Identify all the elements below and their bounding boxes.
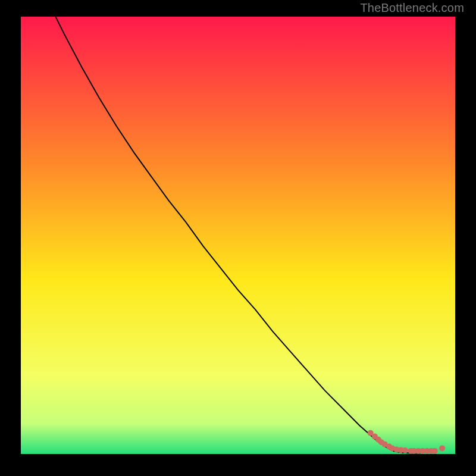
scatter-point	[402, 447, 408, 453]
scatter-point	[439, 445, 445, 451]
scatter-point	[432, 448, 438, 454]
gradient-background	[21, 17, 455, 454]
chart-svg	[21, 17, 455, 454]
chart-plot-area	[21, 17, 455, 454]
frame: TheBottleneck.com	[0, 0, 476, 476]
attribution-text: TheBottleneck.com	[360, 1, 464, 15]
